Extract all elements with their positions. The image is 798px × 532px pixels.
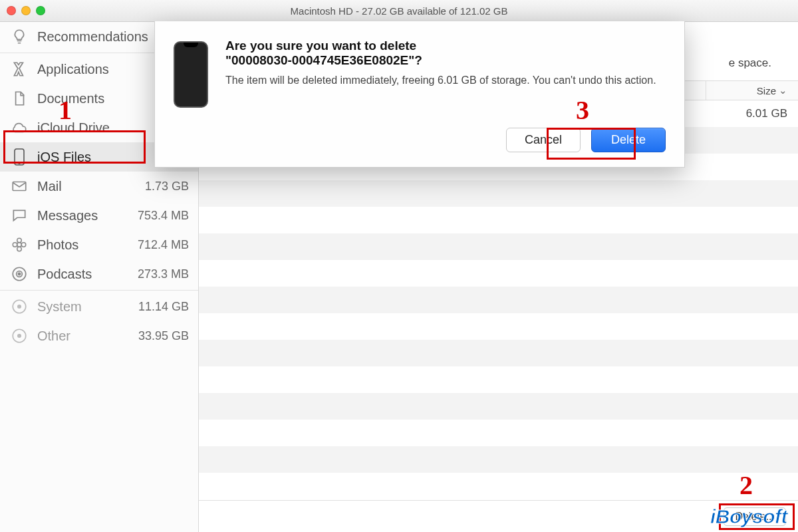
table-row[interactable] xyxy=(199,446,798,473)
svg-point-10 xyxy=(18,273,20,275)
sidebar-item-label: System xyxy=(37,299,130,315)
table-row[interactable] xyxy=(199,260,798,287)
sidebar-item-label: Photos xyxy=(37,237,130,253)
sidebar-item-label: Podcasts xyxy=(37,267,130,282)
delete-button[interactable]: Delete xyxy=(591,128,666,152)
table-row[interactable] xyxy=(199,340,798,366)
confirm-delete-dialog: Are you sure you want to delete "0000803… xyxy=(154,21,685,168)
sidebar-item-mail[interactable]: Mail 1.73 GB xyxy=(0,172,198,201)
phone-icon xyxy=(9,148,29,166)
svg-point-14 xyxy=(18,334,21,337)
mail-icon xyxy=(9,178,29,195)
table-row[interactable] xyxy=(199,393,798,420)
sidebar-item-other[interactable]: Other 33.95 GB xyxy=(0,321,198,350)
close-window-button[interactable] xyxy=(7,6,16,15)
table-row[interactable] xyxy=(199,180,798,207)
iphone-icon xyxy=(174,41,208,108)
column-header-size[interactable]: Size ⌄ xyxy=(706,81,787,100)
svg-point-5 xyxy=(17,247,22,251)
svg-point-1 xyxy=(19,162,20,164)
sidebar-item-size: 11.14 GB xyxy=(138,300,189,314)
dialog-title: Are you sure you want to delete "0000803… xyxy=(225,39,656,68)
table-row[interactable] xyxy=(199,313,798,340)
table-row[interactable] xyxy=(199,420,798,446)
sidebar-item-label: Mail xyxy=(37,179,137,194)
applications-icon xyxy=(9,61,29,78)
messages-icon xyxy=(9,207,29,224)
window-titlebar: Macintosh HD - 27.02 GB available of 121… xyxy=(0,0,798,22)
table-row[interactable] xyxy=(199,366,798,393)
sidebar-item-label: Messages xyxy=(37,208,130,223)
podcasts-icon xyxy=(9,265,29,283)
zoom-window-button[interactable] xyxy=(36,6,45,15)
sidebar-item-size: 33.95 GB xyxy=(138,329,189,343)
cloud-icon xyxy=(9,119,29,136)
svg-point-4 xyxy=(17,238,22,243)
column-header-size-label: Size xyxy=(757,85,776,96)
svg-point-6 xyxy=(13,243,17,247)
sidebar-item-photos[interactable]: Photos 712.4 MB xyxy=(0,230,198,259)
delete-button-footer[interactable]: Delete... xyxy=(724,507,786,526)
sidebar-item-size: 753.4 MB xyxy=(138,209,189,223)
traffic-lights xyxy=(7,6,45,15)
table-row[interactable] xyxy=(199,233,798,260)
sidebar-item-podcasts[interactable]: Podcasts 273.3 MB xyxy=(0,259,198,289)
svg-point-3 xyxy=(17,243,22,247)
sidebar-item-size: 273.3 MB xyxy=(138,267,189,281)
photos-icon xyxy=(9,236,29,253)
sidebar-item-size: 1.73 GB xyxy=(145,180,189,194)
window-title: Macintosh HD - 27.02 GB available of 121… xyxy=(291,5,508,17)
system-icon xyxy=(9,298,29,315)
cancel-button[interactable]: Cancel xyxy=(506,128,581,152)
documents-icon xyxy=(9,90,29,107)
table-row[interactable] xyxy=(199,287,798,313)
other-icon xyxy=(9,327,29,344)
sidebar-item-label: Applications xyxy=(37,62,168,77)
sidebar-item-size: 712.4 MB xyxy=(138,238,189,252)
cell-size: 6.01 GB xyxy=(714,107,787,120)
lightbulb-icon xyxy=(9,28,29,45)
minimize-window-button[interactable] xyxy=(21,6,31,15)
svg-rect-2 xyxy=(13,182,26,191)
dialog-message: The item will be deleted immediately, fr… xyxy=(225,73,656,88)
svg-point-12 xyxy=(18,305,21,308)
svg-point-7 xyxy=(21,243,26,247)
content-footer: Delete... xyxy=(199,500,798,532)
chevron-down-icon: ⌄ xyxy=(779,84,787,96)
sidebar-item-label: Other xyxy=(37,329,130,344)
sidebar-item-system[interactable]: System 11.14 GB xyxy=(0,292,198,321)
table-row[interactable] xyxy=(199,207,798,233)
sidebar-item-messages[interactable]: Messages 753.4 MB xyxy=(0,201,198,230)
